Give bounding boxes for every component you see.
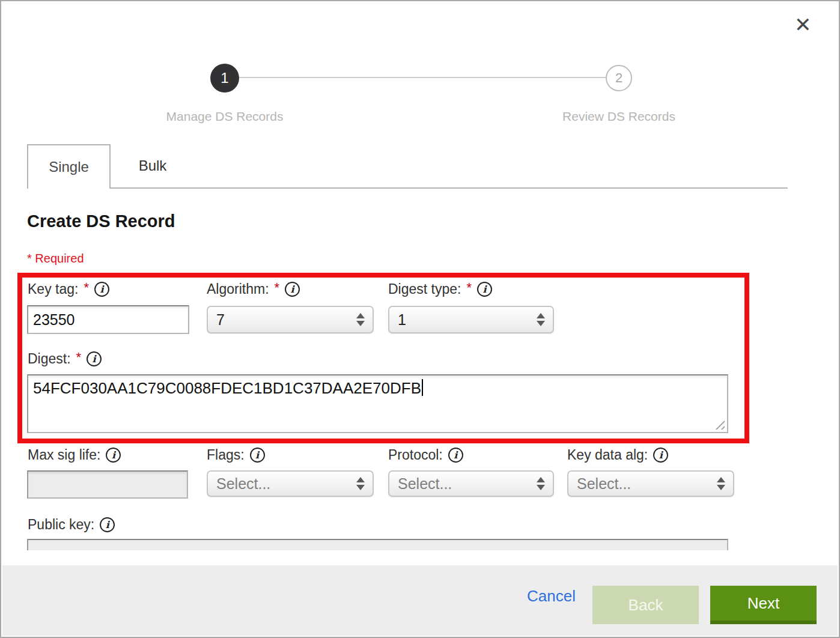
public-key-textarea[interactable] xyxy=(27,539,728,550)
tab-single[interactable]: Single xyxy=(27,144,111,189)
algorithm-select[interactable]: 7 xyxy=(207,306,374,333)
algorithm-select-value: 7 xyxy=(216,311,225,329)
info-icon[interactable]: i xyxy=(477,282,492,297)
public-key-clip xyxy=(27,539,728,550)
algorithm-label: Algorithm: xyxy=(207,281,269,297)
info-icon[interactable]: i xyxy=(87,351,102,366)
key-data-alg-select-value: Select... xyxy=(577,475,631,493)
select-arrows-icon xyxy=(717,477,725,490)
tab-bottom-border xyxy=(27,187,788,189)
info-icon[interactable]: i xyxy=(285,282,300,297)
digest-type-label-row: Digest type: * i xyxy=(388,281,492,297)
key-data-alg-select[interactable]: Select... xyxy=(567,470,734,497)
cancel-button[interactable]: Cancel xyxy=(527,587,576,606)
close-icon[interactable]: ✕ xyxy=(794,14,812,35)
step-2-indicator: 2 xyxy=(606,65,632,91)
resize-grip-icon[interactable] xyxy=(715,420,725,430)
select-arrows-icon xyxy=(537,313,545,326)
select-arrows-icon xyxy=(356,477,365,490)
info-icon[interactable]: i xyxy=(106,448,121,463)
protocol-label: Protocol: xyxy=(388,447,443,463)
stepper-connector-line xyxy=(239,77,607,78)
back-button[interactable]: Back xyxy=(592,586,699,624)
dialog-footer: Cancel Back Next xyxy=(2,565,838,636)
info-icon[interactable]: i xyxy=(100,517,115,532)
key-tag-input[interactable] xyxy=(27,305,189,334)
protocol-label-row: Protocol: i xyxy=(388,447,463,463)
flags-label: Flags: xyxy=(207,447,245,463)
algorithm-label-row: Algorithm: * i xyxy=(207,281,300,297)
digest-type-select[interactable]: 1 xyxy=(388,306,554,333)
max-sig-life-input[interactable] xyxy=(27,470,188,499)
key-tag-label: Key tag: xyxy=(28,281,78,297)
flags-select-value: Select... xyxy=(216,475,270,493)
next-button[interactable]: Next xyxy=(710,586,817,624)
info-icon[interactable]: i xyxy=(653,448,668,463)
public-key-label: Public key: xyxy=(28,517,94,533)
step-1-label: Manage DS Records xyxy=(129,109,321,124)
required-asterisk: * xyxy=(275,280,280,296)
key-data-alg-label-row: Key data alg: i xyxy=(567,447,668,463)
info-icon[interactable]: i xyxy=(94,282,109,297)
digest-type-select-value: 1 xyxy=(398,311,406,329)
step-2-label: Review DS Records xyxy=(523,109,715,124)
create-ds-record-dialog: ✕ 1 2 Manage DS Records Review DS Record… xyxy=(0,0,840,638)
flags-label-row: Flags: i xyxy=(207,447,265,463)
key-tag-label-row: Key tag: * i xyxy=(28,281,109,297)
protocol-select[interactable]: Select... xyxy=(388,470,554,497)
page-title: Create DS Record xyxy=(27,211,175,231)
info-icon[interactable]: i xyxy=(448,448,463,463)
required-asterisk: * xyxy=(76,350,82,365)
step-1-indicator: 1 xyxy=(210,64,239,93)
tab-bulk[interactable]: Bulk xyxy=(111,144,195,187)
required-asterisk: * xyxy=(466,280,472,296)
flags-select[interactable]: Select... xyxy=(207,470,374,497)
max-sig-life-label: Max sig life: xyxy=(28,447,100,463)
digest-label-row: Digest: * i xyxy=(28,351,102,367)
digest-label: Digest: xyxy=(28,351,71,367)
digest-textarea[interactable]: 54FCF030AA1C79C0088FDEC1BD1C37DAA2E70DFB xyxy=(27,374,728,433)
info-icon[interactable]: i xyxy=(250,448,265,463)
digest-value: 54FCF030AA1C79C0088FDEC1BD1C37DAA2E70DFB xyxy=(33,379,421,397)
key-data-alg-label: Key data alg: xyxy=(567,447,648,463)
protocol-select-value: Select... xyxy=(398,475,452,493)
required-asterisk: * xyxy=(84,280,89,296)
select-arrows-icon xyxy=(356,313,365,326)
required-note: * Required xyxy=(27,252,84,266)
text-cursor xyxy=(422,379,423,396)
max-sig-life-label-row: Max sig life: i xyxy=(28,447,121,463)
public-key-label-row: Public key: i xyxy=(28,517,115,533)
select-arrows-icon xyxy=(537,477,545,490)
digest-type-label: Digest type: xyxy=(388,281,461,297)
